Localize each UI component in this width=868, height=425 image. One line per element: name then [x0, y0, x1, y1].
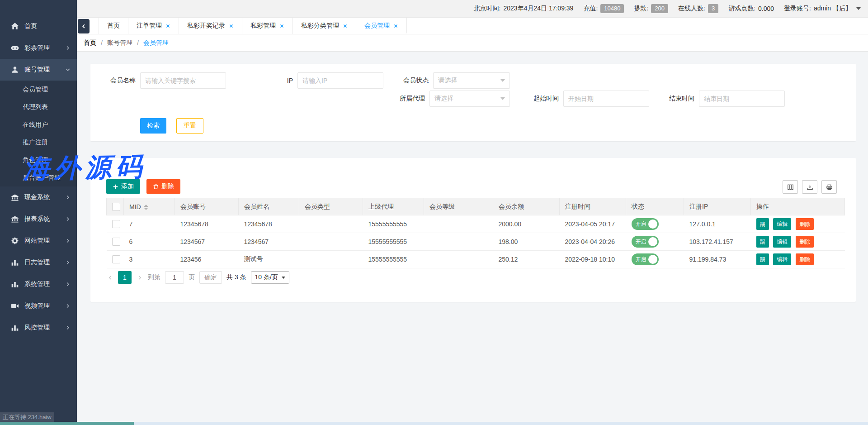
column-label: 会员等级 [429, 203, 455, 210]
sidebar-item-label: 系统管理 [24, 280, 65, 288]
kick-button[interactable]: 踢 [756, 236, 769, 248]
columns-button[interactable] [783, 180, 798, 194]
page-size-select[interactable]: 10 条/页 [251, 271, 289, 284]
edit-button[interactable]: 编辑 [773, 236, 791, 248]
sidebar-item-accounts[interactable]: 账号管理 [0, 59, 77, 81]
sidebar: 首页 彩票管理 账号管理 会员管理 代理列表 在线用户 推广注册 角色管理 后台… [0, 0, 77, 425]
breadcrumb-section[interactable]: 账号管理 [107, 39, 132, 47]
sidebar-item-label: 推广注册 [23, 138, 48, 147]
row-checkbox[interactable] [112, 220, 120, 228]
row-delete-button[interactable]: 删除 [796, 236, 814, 248]
bank-icon [11, 193, 19, 201]
breadcrumb-separator: / [137, 39, 139, 47]
sidebar-item-admin-accounts[interactable]: 后台账户管理 [0, 169, 77, 186]
tab-member-mgmt[interactable]: 会员管理 [356, 18, 406, 34]
tab-home[interactable]: 首页 [99, 18, 128, 34]
sidebar-item-online-users[interactable]: 在线用户 [0, 116, 77, 134]
sidebar-item-risk-mgmt[interactable]: 风控管理 [0, 317, 77, 339]
row-checkbox[interactable] [112, 238, 120, 246]
row-delete-button[interactable]: 删除 [796, 253, 814, 265]
column-label: 会员账号 [180, 203, 206, 210]
close-icon[interactable] [393, 24, 398, 29]
chevron-left-icon [81, 24, 86, 29]
sidebar-item-home[interactable]: 首页 [0, 15, 77, 37]
sidebar-item-promo-register[interactable]: 推广注册 [0, 134, 77, 151]
end-date-input[interactable] [699, 91, 785, 107]
cell-level [424, 251, 493, 268]
column-status: 状态 [626, 198, 684, 215]
sort-icon[interactable] [144, 205, 148, 210]
sidebar-item-agent-list[interactable]: 代理列表 [0, 98, 77, 116]
cell-ip: 91.199.84.73 [684, 251, 751, 268]
sidebar-item-role-mgmt[interactable]: 角色管理 [0, 151, 77, 169]
recharge-badge[interactable]: 10480 [600, 4, 624, 13]
page-number-button[interactable]: 1 [118, 271, 132, 284]
sidebar-item-lottery[interactable]: 彩票管理 [0, 37, 77, 59]
print-button[interactable] [821, 180, 837, 194]
member-status-select[interactable]: 请选择 [433, 72, 510, 89]
row-delete-button[interactable]: 删除 [796, 218, 814, 230]
tab-lottery-mgmt[interactable]: 私彩管理 [242, 18, 293, 34]
tab-lottery-category[interactable]: 私彩分类管理 [293, 18, 356, 34]
sidebar-item-label: 会员管理 [23, 86, 48, 94]
tab-label: 会员管理 [364, 22, 390, 30]
next-page-button[interactable] [136, 272, 143, 283]
sidebar-item-site-mgmt[interactable]: 网站管理 [0, 230, 77, 252]
goto-page-input[interactable] [165, 271, 184, 284]
member-name-input[interactable] [140, 72, 226, 89]
cell-account: 123456 [175, 251, 239, 268]
edit-button[interactable]: 编辑 [773, 253, 791, 265]
kick-button[interactable]: 踢 [756, 253, 769, 265]
sidebar-item-system-mgmt[interactable]: 系统管理 [0, 273, 77, 295]
time-value: 2023年4月24日 17:09:39 [503, 5, 573, 13]
sidebar-item-label: 日志管理 [24, 258, 65, 267]
close-icon[interactable] [343, 24, 348, 29]
sidebar-item-member-mgmt[interactable]: 会员管理 [0, 81, 77, 98]
ip-input[interactable] [297, 72, 383, 89]
plus-icon [113, 184, 118, 190]
close-icon[interactable] [165, 24, 170, 29]
sidebar-item-log-mgmt[interactable]: 日志管理 [0, 252, 77, 273]
scrollbar-thumb[interactable] [0, 422, 134, 425]
account-value: admin 【后】 [814, 5, 852, 13]
tab-bet-orders[interactable]: 注单管理 [128, 18, 179, 34]
status-toggle[interactable]: 开启 [632, 218, 659, 230]
ip-label: IP [261, 77, 293, 84]
prev-page-button[interactable] [106, 272, 113, 283]
edit-button[interactable]: 编辑 [773, 218, 791, 230]
withdraw-badge[interactable]: 200 [651, 4, 668, 13]
select-all-checkbox[interactable] [112, 203, 120, 211]
total-count-label: 共 3 条 [226, 273, 246, 282]
close-icon[interactable] [229, 24, 234, 29]
bar-chart-icon [11, 324, 19, 332]
chevron-right-icon [65, 282, 71, 287]
add-button[interactable]: 添加 [106, 179, 140, 194]
chevron-right-icon [65, 260, 71, 265]
row-checkbox[interactable] [112, 255, 120, 263]
export-button[interactable] [802, 180, 817, 194]
column-mid[interactable]: MID [124, 198, 175, 215]
sidebar-collapse-button[interactable] [78, 19, 90, 33]
search-button[interactable]: 检索 [140, 118, 166, 134]
toggle-knob [648, 237, 657, 246]
tab-lottery-draw-records[interactable]: 私彩开奖记录 [179, 18, 242, 34]
sidebar-item-video-mgmt[interactable]: 视频管理 [0, 295, 77, 317]
reset-button[interactable]: 重置 [176, 118, 203, 134]
sidebar-item-cash-system[interactable]: 现金系统 [0, 186, 77, 208]
status-toggle[interactable]: 开启 [632, 253, 659, 265]
breadcrumb-home[interactable]: 首页 [84, 39, 96, 47]
toggle-label: 开启 [636, 238, 646, 246]
online-badge[interactable]: 3 [708, 4, 718, 13]
status-toggle[interactable]: 开启 [632, 236, 659, 248]
goto-confirm-button[interactable]: 确定 [199, 271, 222, 284]
kick-button[interactable]: 踢 [756, 218, 769, 230]
agent-select[interactable]: 请选择 [429, 91, 510, 107]
account-menu[interactable]: 登录账号: admin 【后】 [784, 5, 861, 13]
start-date-input[interactable] [563, 91, 649, 107]
delete-button[interactable]: 删除 [146, 179, 180, 194]
sidebar-item-label: 视频管理 [24, 302, 65, 310]
horizontal-scrollbar[interactable] [0, 422, 868, 425]
sidebar-item-report-system[interactable]: 报表系统 [0, 208, 77, 230]
sidebar-item-label: 角色管理 [23, 156, 48, 164]
close-icon[interactable] [279, 24, 284, 29]
